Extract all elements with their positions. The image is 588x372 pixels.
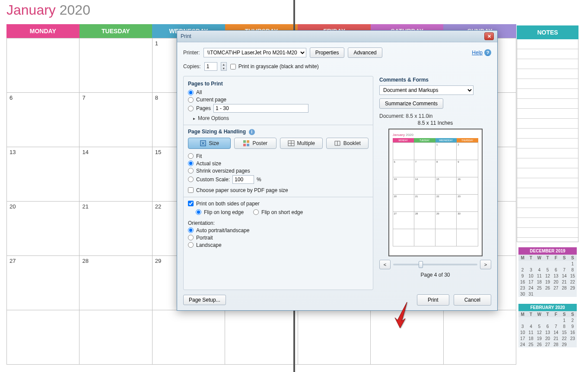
- dialog-title: Print: [181, 33, 191, 39]
- copies-spinner[interactable]: ▲▼: [221, 62, 227, 71]
- orientation-label: Orientation:: [188, 220, 369, 226]
- printer-select[interactable]: \\TOMCAT\HP LaserJet Pro M201-M202 P(: [203, 48, 306, 57]
- calendar-cell: [298, 310, 371, 365]
- calendar-cell: [79, 310, 152, 365]
- document-size: Document: 8.5 x 11.0in: [379, 113, 491, 119]
- radio-portrait[interactable]: Portrait: [188, 235, 369, 241]
- print-preview: January 2020 MONDAY TUESDAY WEDNESDAY TH…: [388, 129, 483, 256]
- radio-current-page[interactable]: Current page: [188, 97, 369, 103]
- calendar-cell: 7: [79, 93, 152, 147]
- calendar-year: 2020: [60, 2, 90, 18]
- calendar-cell: 20: [7, 202, 79, 256]
- page-counter: Page 4 of 30: [379, 272, 491, 278]
- preview-next-button[interactable]: >: [480, 260, 491, 269]
- pages-to-print-title: Pages to Print: [188, 81, 369, 87]
- print-button[interactable]: Print: [417, 294, 449, 306]
- info-icon[interactable]: i: [249, 129, 255, 135]
- spinner-down-icon[interactable]: ▼: [221, 66, 226, 70]
- mini-calendar-february: FEBRUARY 2020 MTWTFSS1234567891011121314…: [518, 304, 577, 347]
- calendar-cell: [444, 310, 516, 365]
- svg-rect-2: [247, 140, 249, 143]
- grayscale-checkbox[interactable]: Print in grayscale (black and white): [230, 63, 319, 69]
- booklet-icon: [334, 140, 341, 147]
- calendar-cell: [225, 310, 298, 365]
- calendar-title: January 2020: [6, 2, 516, 18]
- print-options-panel: Pages to Print All Current page Pages Mo…: [183, 76, 373, 290]
- svg-rect-3: [243, 144, 246, 146]
- calendar-cell: [7, 310, 79, 365]
- preview-slider[interactable]: [393, 264, 477, 265]
- copies-label: Copies:: [183, 63, 201, 69]
- radio-shrink[interactable]: Shrink oversized pages: [188, 168, 369, 174]
- calendar-cell: 6: [7, 93, 79, 147]
- radio-flip-long[interactable]: Flip on long edge: [196, 209, 244, 215]
- both-sides-checkbox[interactable]: Print on both sides of paper: [188, 201, 369, 207]
- calendar-cell: 14: [79, 147, 152, 202]
- radio-flip-short[interactable]: Flip on short edge: [253, 209, 303, 215]
- multiple-icon: [288, 140, 295, 147]
- calendar-cell: 28: [79, 256, 152, 310]
- radio-custom-scale[interactable]: Custom Scale: %: [188, 175, 369, 184]
- summarize-comments-button[interactable]: Summarize Comments: [379, 98, 443, 109]
- preview-panel: Comments & Forms Document and Markups Su…: [379, 76, 491, 290]
- close-button[interactable]: ✕: [484, 32, 494, 40]
- mini-cal-dec-table: MTWTFSS123456789101112131415161718192021…: [518, 255, 577, 297]
- comments-select[interactable]: Document and Markups: [379, 85, 474, 95]
- paper-source-checkbox[interactable]: Choose paper source by PDF page size: [188, 187, 369, 193]
- notes-panel: NOTES: [517, 25, 578, 242]
- calendar-cell: [153, 310, 225, 365]
- preview-size-label: 8.5 x 11 Inches: [379, 120, 491, 126]
- notes-lines: [517, 39, 578, 242]
- radio-all[interactable]: All: [188, 89, 369, 95]
- radio-auto-orient[interactable]: Auto portrait/landscape: [188, 227, 369, 233]
- poster-icon: [243, 140, 250, 147]
- calendar-cell: [79, 38, 152, 93]
- help-icon: ?: [484, 49, 491, 56]
- copies-input[interactable]: [204, 62, 217, 71]
- page-sizing-title: Page Sizing & Handling i: [188, 129, 369, 135]
- mini-calendar-december: DECEMBER 2019 MTWTFSS1234567891011121314…: [518, 247, 577, 297]
- calendar-cell: 27: [7, 256, 79, 310]
- more-options-toggle[interactable]: More Options: [193, 115, 369, 121]
- calendar-cell: [7, 38, 79, 93]
- close-icon: ✕: [487, 34, 491, 39]
- slider-thumb[interactable]: [419, 261, 423, 268]
- radio-fit[interactable]: Fit: [188, 153, 369, 159]
- radio-actual-size[interactable]: Actual size: [188, 161, 369, 167]
- cancel-button[interactable]: Cancel: [454, 294, 491, 306]
- properties-button[interactable]: Properties: [310, 47, 345, 58]
- comments-forms-title: Comments & Forms: [379, 77, 491, 83]
- size-icon: [200, 140, 207, 147]
- help-label: Help: [472, 50, 483, 56]
- printer-label: Printer:: [183, 50, 200, 56]
- preview-prev-button[interactable]: <: [379, 260, 391, 269]
- mini-cal-dec-title: DECEMBER 2019: [518, 247, 577, 255]
- day-header-mon: MONDAY: [6, 24, 79, 38]
- svg-rect-4: [247, 144, 249, 146]
- radio-landscape[interactable]: Landscape: [188, 242, 369, 248]
- tab-multiple[interactable]: Multiple: [280, 138, 323, 149]
- notes-header: NOTES: [517, 25, 578, 39]
- help-link[interactable]: Help ?: [472, 49, 491, 56]
- calendar-cell: 21: [79, 202, 152, 256]
- page-setup-button[interactable]: Page Setup...: [183, 295, 226, 305]
- advanced-button[interactable]: Advanced: [348, 47, 382, 58]
- radio-pages[interactable]: Pages: [188, 104, 369, 113]
- calendar-month: January: [6, 2, 56, 18]
- grayscale-label: Print in grayscale (black and white): [238, 63, 319, 69]
- spinner-up-icon[interactable]: ▲: [221, 63, 226, 66]
- dialog-titlebar[interactable]: Print ✕: [177, 31, 497, 42]
- pages-range-input[interactable]: [213, 104, 308, 113]
- calendar-cell: 13: [7, 147, 79, 202]
- mini-cal-feb-table: MTWTFSS123456789101112131415161718192021…: [518, 311, 577, 347]
- svg-rect-1: [243, 140, 246, 143]
- tab-booklet[interactable]: Booklet: [326, 138, 369, 149]
- tab-size[interactable]: Size: [188, 138, 231, 149]
- day-header-tue: TUESDAY: [79, 24, 153, 38]
- custom-scale-input[interactable]: [232, 175, 254, 184]
- calendar-cell: [371, 310, 443, 365]
- tab-poster[interactable]: Poster: [234, 138, 277, 149]
- mini-cal-feb-title: FEBRUARY 2020: [518, 304, 577, 311]
- print-dialog: Print ✕ Printer: \\TOMCAT\HP LaserJet Pr…: [177, 30, 498, 311]
